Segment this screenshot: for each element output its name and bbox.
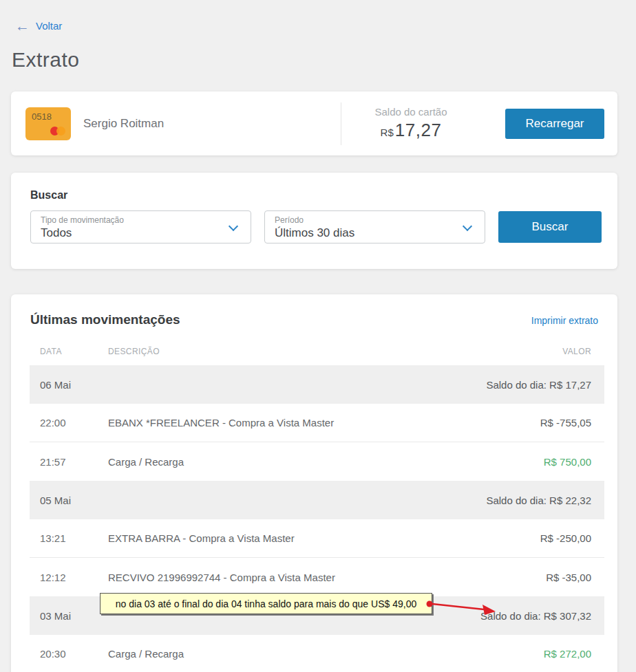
card-balance-value: R$17,27 bbox=[341, 120, 480, 141]
search-button[interactable]: Buscar bbox=[498, 211, 602, 243]
row-value: R$ -755,05 bbox=[467, 417, 604, 429]
column-header-value: VALOR bbox=[467, 347, 604, 356]
row-value: R$ -35,00 bbox=[467, 572, 604, 583]
page-title: Extrato bbox=[12, 48, 80, 72]
row-date: 06 Mai bbox=[30, 379, 108, 391]
card-thumbnail: 0518 bbox=[25, 107, 71, 140]
day-balance: Saldo do dia: R$ 22,32 bbox=[467, 495, 604, 506]
transaction-row: 12:12 RECVIVO 21996992744 - Compra a Vis… bbox=[30, 558, 604, 596]
period-value: Últimos 30 dias bbox=[275, 226, 475, 240]
back-link[interactable]: ← Voltar bbox=[15, 19, 62, 33]
print-statement-link[interactable]: Imprimir extrato bbox=[531, 315, 598, 326]
back-link-label: Voltar bbox=[36, 20, 62, 32]
movements-panel: Últimas movimentações Imprimir extrato D… bbox=[11, 294, 617, 672]
card-summary-panel: 0518 Sergio Roitman Saldo do cartão R$17… bbox=[11, 91, 617, 155]
row-date: 05 Mai bbox=[30, 495, 108, 506]
search-section-title: Buscar bbox=[30, 189, 617, 202]
card-holder-name: Sergio Roitman bbox=[83, 117, 341, 131]
back-arrow-icon: ← bbox=[15, 19, 30, 33]
row-description: Carga / Recarga bbox=[108, 456, 467, 468]
transaction-row: 22:00 EBANX *FREELANCER - Compra a Vista… bbox=[30, 404, 604, 442]
annotation-callout: no dia 03 até o final do dia 04 tinha sa… bbox=[100, 593, 432, 614]
card-balance-label: Saldo do cartão bbox=[341, 106, 480, 118]
transaction-row: 21:57 Carga / Recarga R$ 750,00 bbox=[30, 442, 604, 481]
movements-title: Últimas movimentações bbox=[30, 312, 180, 327]
row-time: 12:12 bbox=[30, 572, 108, 583]
period-dropdown[interactable]: Período Últimos 30 dias bbox=[264, 210, 485, 243]
row-value: R$ 750,00 bbox=[467, 456, 604, 468]
day-summary-row: 06 Mai Saldo do dia: R$ 17,27 bbox=[30, 365, 604, 404]
recharge-button[interactable]: Recarregar bbox=[505, 109, 604, 139]
column-header-description: DESCRIÇÃO bbox=[108, 347, 467, 356]
card-last-digits: 0518 bbox=[25, 107, 71, 122]
movement-type-dropdown[interactable]: Tipo de movimentação Todos bbox=[30, 210, 251, 243]
search-panel: Buscar Tipo de movimentação Todos Períod… bbox=[11, 173, 617, 269]
row-value: R$ -250,00 bbox=[467, 532, 604, 544]
balance-amount: 17,27 bbox=[395, 120, 442, 140]
row-time: 21:57 bbox=[30, 456, 108, 468]
row-time: 20:30 bbox=[30, 648, 108, 660]
table-column-headers: DATA DESCRIÇÃO VALOR bbox=[30, 347, 604, 356]
row-value: R$ 272,00 bbox=[467, 648, 604, 660]
day-balance: Saldo do dia: R$ 17,27 bbox=[467, 379, 604, 391]
row-description: Carga / Recarga bbox=[108, 648, 467, 660]
period-label: Período bbox=[275, 215, 475, 225]
transaction-row: 13:21 EXTRA BARRA - Compra a Vista Maste… bbox=[30, 519, 604, 558]
day-summary-row: 05 Mai Saldo do dia: R$ 22,32 bbox=[30, 481, 604, 519]
transaction-row: 20:30 Carga / Recarga R$ 272,00 bbox=[30, 635, 604, 672]
row-description: RECVIVO 21996992744 - Compra a Vista Mas… bbox=[108, 572, 467, 583]
row-time: 13:21 bbox=[30, 532, 108, 544]
card-balance-block: Saldo do cartão R$17,27 bbox=[341, 106, 505, 141]
annotation-text: no dia 03 até o final do dia 04 tinha sa… bbox=[116, 598, 416, 609]
annotation-arrow-icon bbox=[425, 596, 500, 619]
movement-type-label: Tipo de movimentação bbox=[41, 215, 241, 225]
row-description: EBANX *FREELANCER - Compra a Vista Maste… bbox=[108, 417, 467, 429]
currency-symbol: R$ bbox=[381, 127, 394, 138]
movement-type-value: Todos bbox=[41, 226, 241, 240]
mastercard-icon bbox=[50, 127, 65, 136]
row-description: EXTRA BARRA - Compra a Vista Master bbox=[108, 532, 467, 544]
column-header-date: DATA bbox=[30, 347, 108, 356]
movements-list: 06 Mai Saldo do dia: R$ 17,27 22:00 EBAN… bbox=[30, 365, 604, 672]
row-time: 22:00 bbox=[30, 417, 108, 429]
row-date: 03 Mai bbox=[30, 610, 108, 622]
